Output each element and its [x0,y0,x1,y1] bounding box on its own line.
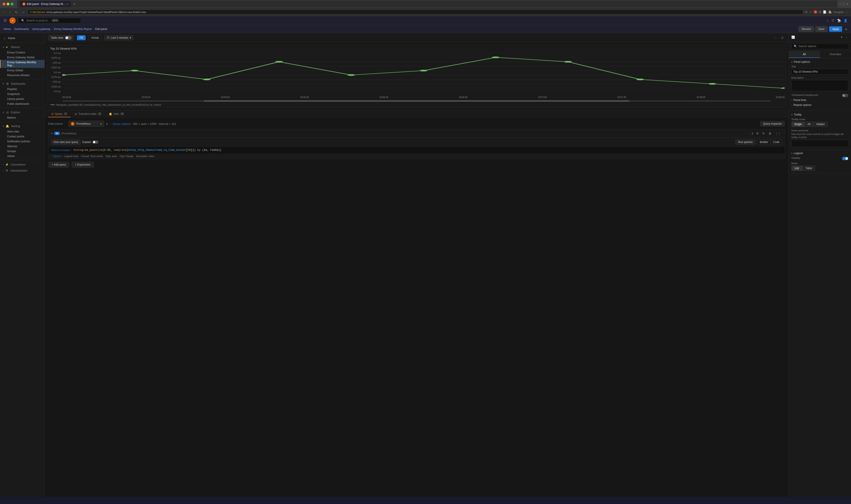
table-view-switch[interactable] [65,36,72,39]
sidebar-item-playlists[interactable]: Playlists [0,87,45,92]
close-button[interactable] [3,3,5,5]
metrics-browser-link[interactable]: Metrics browser › [51,148,72,152]
sidebar-item-alert-rules[interactable]: Alert rules [0,129,45,134]
tab-close-icon[interactable]: ✕ [66,3,68,5]
tooltip-header[interactable]: ▾ Tooltip [791,113,848,116]
screenshot-icon[interactable]: ⊡ [805,10,808,14]
chart-scrollbar-thumb[interactable] [204,100,629,102]
time-range-button[interactable]: ⏱ Last 5 minutes ▾ [104,35,134,40]
minimize-icon[interactable]: — [839,2,842,5]
query-info-button[interactable]: ℹ [751,131,754,136]
address-bar[interactable]: ⚠ Not Secure envoy-gateway-monthly-repor… [27,10,803,15]
sidebar-item-public-dashboards[interactable]: Public dashboards [0,102,45,106]
tab-overrides[interactable]: Overrides [820,51,851,58]
right-panel-expand[interactable]: › [845,35,848,39]
profile-icon[interactable]: 🔴 [814,10,817,14]
sidebar-dashboards-header[interactable]: ▾ ⊞ Dashboards [0,80,45,87]
sidebar-item-envoy-clusters[interactable]: Envoy Clusters [0,50,45,55]
sidebar-item-envoy-global[interactable]: Envoy Global [0,68,45,73]
title-input[interactable] [791,69,848,75]
home-button[interactable]: ⌂ [21,10,25,14]
legend-header[interactable]: ▾ Legend [791,152,848,155]
refresh-button[interactable]: ↻ [14,10,19,14]
transparent-bg-toggle[interactable] [842,94,848,97]
kick-start-button[interactable]: Kick start your query [51,139,81,145]
rss-icon-btn[interactable]: 📡 [837,19,841,22]
active-tab[interactable]: G Edit panel - Envoy Gateway M... ✕ [20,1,71,7]
sidebar-administration-header[interactable]: › ⚙ Administration [0,167,45,174]
hamburger-button[interactable]: ☰ [4,18,7,22]
add-button[interactable]: + [827,19,829,22]
table-button[interactable]: Table [802,165,815,171]
breadcrumb-report[interactable]: Envoy Gateway Monthly Report [54,28,92,31]
sidebar-item-snapshots[interactable]: Snapshots [0,92,45,96]
tooltip-all-button[interactable]: All [804,122,813,127]
maximize-button[interactable] [11,3,13,5]
options-search-input[interactable]: 🔍 Search options [791,43,848,49]
menu-icon[interactable]: ⋮ [846,10,848,14]
save-button[interactable]: Save [815,26,827,32]
query-drag-button[interactable]: ⋮⋮ [774,131,782,136]
run-queries-button[interactable]: Run queries [735,139,756,145]
sidebar-item-admin[interactable]: Admin [0,154,45,159]
user-avatar[interactable]: 👤 [844,19,847,22]
chart-scrollbar[interactable] [63,100,771,102]
tooltip-single-button[interactable]: Single [791,122,804,127]
breadcrumb-dashboards[interactable]: Dashboards [14,28,29,31]
hover-prox-input[interactable] [791,140,848,147]
query-collapse-button[interactable]: ▾ [51,132,53,135]
bookmark-icon[interactable]: ☆ [809,10,812,14]
tab-all[interactable]: All [788,51,820,58]
sidebar-item-envoy-gateway-monthly[interactable]: Envoy Gateway Monthly Rep... [0,60,45,68]
sidebar-item-contact-points[interactable]: Contact points [0,134,45,139]
sidebar-item-notification-policies[interactable]: Notification policies [0,139,45,144]
back-button[interactable]: ‹ [3,10,6,14]
tab-alert[interactable]: 🔔 Alert 0 [106,111,127,117]
expand-icon[interactable]: › [110,122,111,125]
info-icon[interactable]: ℹ [106,122,107,126]
apply-button[interactable]: Apply [829,26,842,32]
breadcrumb-home[interactable]: Home [4,28,11,31]
query-inspector-button[interactable]: Query inspector [760,121,785,126]
repeat-options-header[interactable]: › Repeat options [791,104,848,107]
close-icon[interactable]: ✕ [846,2,848,5]
sidebar-item-envoy-gateway-global[interactable]: Envoy Gateway Global [0,55,45,60]
builder-button[interactable]: Builder [757,139,770,145]
reader-icon[interactable]: 📄 [823,10,827,14]
zoom-out-button[interactable]: − [774,36,778,40]
sidebar-item-groups[interactable]: Groups [0,149,45,154]
explain-button[interactable]: Explain [82,141,98,144]
query-expression[interactable]: histogram_quantile(0.99, sum(rate(envoy_… [73,148,782,152]
tab-transform[interactable]: ⇄ Transform data 0 [72,111,105,117]
forward-button[interactable]: › [8,10,12,14]
breadcrumb-envoy-gateway[interactable]: envoy-gateway [32,28,51,31]
refresh-button[interactable]: ↺ [780,36,785,40]
sidebar-item-library-panels[interactable]: Library panels [0,96,45,102]
query-visibility-button[interactable]: 👁 [761,131,766,136]
sidebar-item-metrics[interactable]: Metrics [0,115,45,120]
sidebar-item-silences[interactable]: Silences [0,144,45,149]
discard-button[interactable]: Discard [799,26,814,32]
restore-icon[interactable]: □ [843,2,845,5]
panel-links-header[interactable]: › Panel links [791,98,848,102]
query-options-link[interactable]: Query options [113,122,131,126]
extensions-icon[interactable]: ⧉ [819,10,821,14]
legend-visibility-toggle[interactable] [842,157,848,160]
sidebar-starred-header[interactable]: ▾ ★ Starred [0,44,45,50]
sidebar-connections-header[interactable]: › ⚡ Connections [0,162,45,167]
sidebar-item-home[interactable]: ⌂ Home [0,35,45,41]
table-view-toggle[interactable]: Table view [48,35,74,41]
query-copy-button[interactable]: ⧉ [755,131,760,136]
list-button[interactable]: List [791,165,802,171]
sidebar-item-resources-monitor[interactable]: Resources Monitor [0,73,45,78]
collapse-panel-button[interactable]: ▲ [845,26,847,32]
sidebar-alerting-header[interactable]: ▾ 🔔 Alerting [0,123,45,129]
clock-icon-btn[interactable]: ⏱ [831,19,834,22]
tooltip-hidden-button[interactable]: Hidden [813,122,828,127]
new-tab-button[interactable]: + [72,2,77,6]
incognito-icon[interactable]: 🕵 [828,10,832,14]
datasource-select[interactable]: ● Prometheus ▾ [68,121,104,127]
explain-toggle[interactable] [92,141,98,144]
fill-button[interactable]: Fill [77,35,86,40]
description-textarea[interactable] [791,80,848,91]
